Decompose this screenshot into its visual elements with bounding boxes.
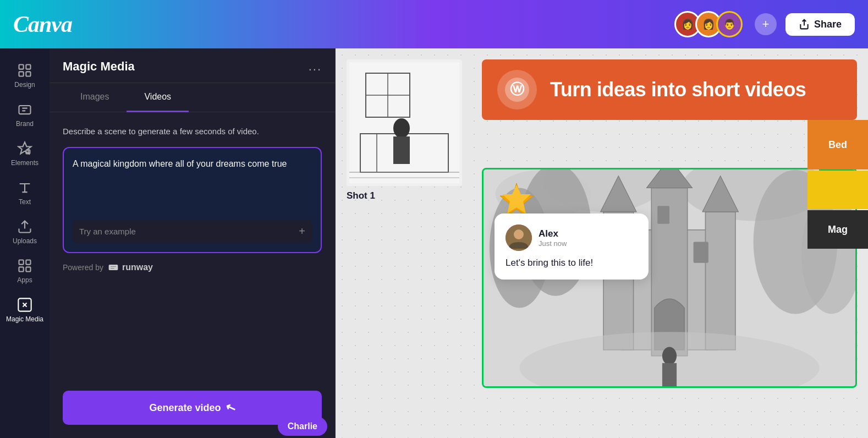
svg-rect-19 [393, 136, 410, 164]
prompt-textarea[interactable] [73, 157, 312, 213]
runway-icon [108, 262, 119, 273]
panel-description: Describe a scene to generate a few secon… [63, 125, 322, 138]
sidebar-brand-label: Brand [16, 120, 34, 128]
app-header: Canva 👩 👩 👨 + Share [0, 0, 868, 48]
svg-rect-9 [26, 267, 30, 271]
right-card-yellow [807, 171, 868, 209]
uploads-icon [17, 219, 32, 234]
sidebar-item-elements[interactable]: Elements [3, 135, 47, 172]
tab-images[interactable]: Images [63, 83, 127, 112]
castle-area: Alex [482, 168, 857, 388]
sidebar: Design Brand Elements Text [0, 48, 50, 438]
sidebar-design-label: Design [14, 81, 35, 89]
svg-rect-2 [19, 72, 24, 76]
svg-point-48 [514, 229, 524, 239]
runway-label: runway [122, 262, 153, 272]
panel-body: Describe a scene to generate a few secon… [50, 112, 335, 438]
comment-author-name: Alex [539, 228, 567, 239]
tab-videos[interactable]: Videos [127, 83, 189, 112]
svg-rect-7 [26, 260, 30, 265]
svg-rect-32 [705, 212, 735, 350]
panel-title: Magic Media [63, 59, 135, 74]
elements-icon [17, 141, 32, 156]
comment-text: Let's bring this to life! [506, 258, 638, 269]
runway-logo: runway [108, 262, 153, 273]
svg-rect-0 [19, 65, 24, 69]
right-overflow-cards: Bed Mag [807, 120, 868, 249]
try-example-button[interactable]: Try an example + [73, 220, 312, 243]
shot1-area: Shot 1 [347, 59, 473, 427]
bed-label: Bed [828, 139, 847, 151]
svg-rect-8 [19, 267, 24, 271]
sidebar-magic-label: Magic Media [6, 315, 43, 323]
sidebar-text-label: Text [19, 198, 31, 206]
panel-header: Magic Media ... [50, 48, 335, 83]
cursor-icon: ↖ [223, 399, 238, 417]
generate-video-label: Generate video [149, 402, 221, 414]
prompt-box: Try an example + [63, 147, 322, 253]
brand-icon [17, 102, 32, 117]
canva-icon-svg: ⓦ [503, 76, 531, 103]
svg-rect-38 [694, 242, 708, 263]
shot1-label: Shot 1 [347, 190, 473, 201]
collaborator-avatars: 👩 👩 👨 [674, 11, 743, 37]
right-card-bed: Bed [807, 120, 868, 169]
tabs-container: Images Videos [50, 83, 335, 112]
svg-point-18 [393, 118, 410, 138]
canva-logo: Canva [13, 11, 72, 37]
header-right: 👩 👩 👨 + Share [674, 11, 855, 37]
sidebar-elements-label: Elements [11, 159, 39, 167]
svg-point-41 [662, 347, 677, 365]
alex-avatar-svg [506, 225, 532, 251]
comment-author-info: Alex Just now [539, 228, 567, 248]
share-label: Share [814, 19, 842, 30]
svg-rect-6 [19, 260, 24, 265]
mag-label: Mag [828, 224, 848, 236]
apps-icon [17, 258, 32, 273]
sidebar-apps-label: Apps [17, 276, 32, 284]
comment-avatar [506, 225, 532, 251]
try-example-plus-icon: + [299, 225, 305, 238]
svg-rect-4 [19, 106, 31, 114]
comment-header: Alex Just now [506, 225, 638, 251]
orange-banner: ⓦ Turn ideas into short videos [482, 59, 857, 120]
design-icon [17, 63, 32, 78]
share-icon [799, 19, 810, 30]
svg-rect-1 [26, 65, 30, 69]
sidebar-item-uploads[interactable]: Uploads [3, 213, 47, 250]
svg-rect-3 [26, 72, 30, 76]
sidebar-item-text[interactable]: Text [3, 174, 47, 211]
canvas-area: Shot 1 ⓦ Turn ideas into short videos Al… [336, 48, 868, 438]
svg-text:ⓦ: ⓦ [510, 81, 525, 97]
powered-by-label: Powered by [63, 263, 103, 272]
sidebar-item-magic-media[interactable]: Magic Media [3, 292, 47, 328]
magic-media-panel: Magic Media ... Images Videos Describe a… [50, 48, 336, 438]
sidebar-item-apps[interactable]: Apps [3, 253, 47, 289]
svg-rect-39 [657, 206, 669, 224]
powered-by-row: Powered by runway [63, 262, 322, 273]
banner-text: Turn ideas into short videos [550, 78, 806, 101]
right-card-mag: Mag [807, 210, 868, 249]
svg-rect-11 [109, 265, 118, 270]
avatar-3: 👨 [716, 11, 743, 37]
sidebar-uploads-label: Uploads [13, 237, 37, 245]
add-collaborator-button[interactable]: + [755, 13, 777, 35]
try-example-label: Try an example [79, 227, 136, 236]
banner-icon: ⓦ [497, 70, 537, 110]
bedroom-sketch-svg [349, 62, 459, 183]
more-options-button[interactable]: ... [309, 59, 322, 74]
text-icon [17, 180, 32, 195]
comment-bubble: Alex Just now Let's bring this to life! [495, 213, 649, 280]
shot1-image [347, 59, 462, 186]
magic-icon [17, 297, 32, 313]
sidebar-item-design[interactable]: Design [3, 57, 47, 94]
sidebar-item-brand[interactable]: Brand [3, 96, 47, 133]
share-button[interactable]: Share [785, 13, 855, 36]
comment-time: Just now [539, 239, 567, 248]
canvas-content: Shot 1 ⓦ Turn ideas into short videos Al… [336, 48, 868, 438]
main-area: Design Brand Elements Text [0, 48, 868, 438]
svg-rect-42 [662, 363, 677, 386]
charlie-cursor-badge: Charlie [278, 417, 327, 436]
